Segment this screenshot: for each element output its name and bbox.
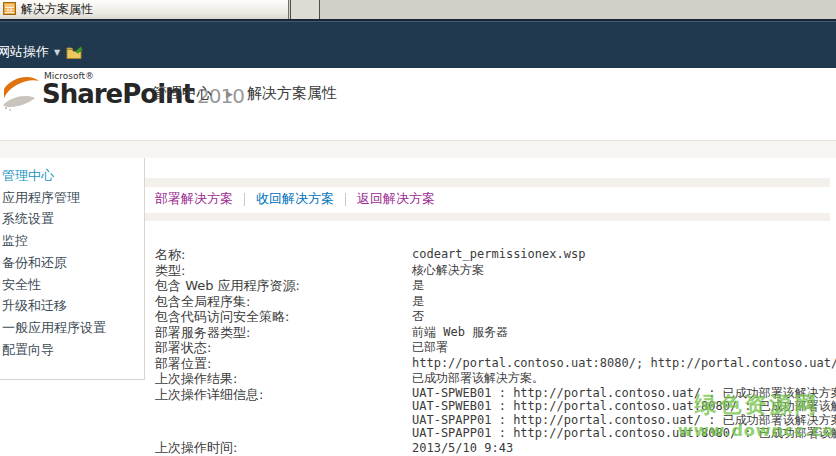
property-label: 上次操作时间: xyxy=(155,441,412,455)
sidebar-item-configuration-wizard[interactable]: 配置向导 xyxy=(2,339,144,361)
site-actions-menu-button[interactable]: 网站操作 ▼ xyxy=(0,43,60,61)
property-value: 是 xyxy=(412,294,424,310)
property-row-deploy-status: 部署状态: 已部署 xyxy=(155,340,836,356)
detail-line: UAT-SPWEB01 : http://portal.contoso.uat:… xyxy=(412,400,836,414)
property-label: 包含 Web 应用程序资源: xyxy=(155,278,412,294)
sidebar-item-central-admin[interactable]: 管理中心 xyxy=(2,165,144,187)
property-label: 部署状态: xyxy=(155,340,412,356)
property-row-type: 类型: 核心解决方案 xyxy=(155,263,836,279)
toolbar-separator xyxy=(345,193,346,206)
property-row-last-time: 上次操作时间: 2013/5/10 9:43 xyxy=(155,441,836,455)
sidebar-item-monitoring[interactable]: 监控 xyxy=(2,230,144,252)
property-label: 类型: xyxy=(155,263,412,279)
chevron-down-icon: ▼ xyxy=(54,48,60,57)
sidebar-item-system-settings[interactable]: 系统设置 xyxy=(2,208,144,230)
breadcrumb: 管理中心 ▶ 解决方案属性 xyxy=(152,84,337,103)
solution-toolbar: 部署解决方案 收回解决方案 返回解决方案 xyxy=(145,187,836,211)
property-label: 部署位置: xyxy=(155,356,412,372)
solution-properties: 名称: codeart_permissionex.wsp 类型: 核心解决方案 … xyxy=(145,247,836,455)
sharepoint-site-favicon-icon xyxy=(3,0,16,19)
breadcrumb-arrow-icon: ▶ xyxy=(226,89,233,99)
toolbar-separator xyxy=(244,193,245,206)
property-value: codeart_permissionex.wsp xyxy=(412,247,585,263)
property-value: 否 xyxy=(412,309,424,325)
browser-tab-bar: 解决方案属性 xyxy=(0,0,836,19)
sidebar-item-security[interactable]: 安全性 xyxy=(2,274,144,296)
property-value: 核心解决方案 xyxy=(412,263,484,279)
property-row-cas-policy: 包含代码访问安全策略: 否 xyxy=(155,309,836,325)
property-row-deploy-location: 部署位置: http://portal.contoso.uat:8080/; h… xyxy=(155,356,836,372)
sidebar-item-backup-restore[interactable]: 备份和还原 xyxy=(2,252,144,274)
browser-tab[interactable]: 解决方案属性 xyxy=(0,0,289,19)
property-row-last-result: 上次操作结果: 已成功部署该解决方案。 xyxy=(155,371,836,387)
property-label: 部署服务器类型: xyxy=(155,325,412,341)
property-value: 2013/5/10 9:43 xyxy=(412,441,513,455)
property-value: 已部署 xyxy=(412,340,448,356)
site-actions-label: 网站操作 xyxy=(0,43,49,61)
sidebar-item-application-management[interactable]: 应用程序管理 xyxy=(2,187,144,209)
detail-line: UAT-SPAPP01 : http://portal.contoso.uat/… xyxy=(412,414,836,428)
content-area: 管理中心 应用程序管理 系统设置 监控 备份和还原 安全性 升级和迁移 一般应用… xyxy=(0,158,836,456)
property-row-global-assembly: 包含全局程序集: 是 xyxy=(155,294,836,310)
toolbar-top-border xyxy=(145,178,830,187)
property-row-web-resources: 包含 Web 应用程序资源: 是 xyxy=(155,278,836,294)
property-value: 已成功部署该解决方案。 xyxy=(412,371,544,387)
navigate-up-button[interactable] xyxy=(66,45,84,64)
property-value: 是 xyxy=(412,278,424,294)
breadcrumb-root-link[interactable]: 管理中心 xyxy=(152,84,212,103)
sharepoint-swoosh-icon xyxy=(2,72,40,112)
deployment-detail-lines: UAT-SPWEB01 : http://portal.contoso.uat/… xyxy=(412,387,836,441)
detail-line: UAT-SPAPP01 : http://portal.contoso.uat:… xyxy=(412,427,836,441)
property-label: 名称: xyxy=(155,247,412,263)
breadcrumb-current-page: 解决方案属性 xyxy=(247,84,337,103)
property-label: 上次操作详细信息: xyxy=(155,387,412,403)
property-label: 上次操作结果: xyxy=(155,371,412,387)
property-label: 包含代码访问安全策略: xyxy=(155,309,412,325)
property-label: 包含全局程序集: xyxy=(155,294,412,310)
tab-title: 解决方案属性 xyxy=(21,1,93,18)
folder-up-arrow-icon xyxy=(66,45,84,60)
page-header: Microsoft® SharePoint2010 管理中心 ▶ 解决方案属性 xyxy=(0,68,836,140)
property-row-last-details: 上次操作详细信息: UAT-SPWEB01 : http://portal.co… xyxy=(155,387,836,441)
new-tab-button[interactable] xyxy=(290,0,320,19)
property-row-name: 名称: codeart_permissionex.wsp xyxy=(155,247,836,263)
quick-launch-sidebar: 管理中心 应用程序管理 系统设置 监控 备份和还原 安全性 升级和迁移 一般应用… xyxy=(0,158,145,380)
main-panel: 部署解决方案 收回解决方案 返回解决方案 名称: codeart_permiss… xyxy=(145,158,836,456)
deploy-solution-link[interactable]: 部署解决方案 xyxy=(155,190,233,208)
retract-solution-link[interactable]: 收回解决方案 xyxy=(256,190,334,208)
property-value: 前端 Web 服务器 xyxy=(412,325,508,341)
sidebar-item-general-app-settings[interactable]: 一般应用程序设置 xyxy=(2,317,144,339)
sidebar-item-upgrade-migration[interactable]: 升级和迁移 xyxy=(2,295,144,317)
back-to-solutions-link[interactable]: 返回解决方案 xyxy=(357,190,435,208)
toolbar-bottom-border xyxy=(145,213,830,221)
ribbon-strip xyxy=(0,140,836,158)
site-actions-bar: 网站操作 ▼ xyxy=(0,21,836,68)
detail-line: UAT-SPWEB01 : http://portal.contoso.uat/… xyxy=(412,387,836,401)
property-value: http://portal.contoso.uat:8080/; http://… xyxy=(412,356,836,372)
property-row-server-type: 部署服务器类型: 前端 Web 服务器 xyxy=(155,325,836,341)
